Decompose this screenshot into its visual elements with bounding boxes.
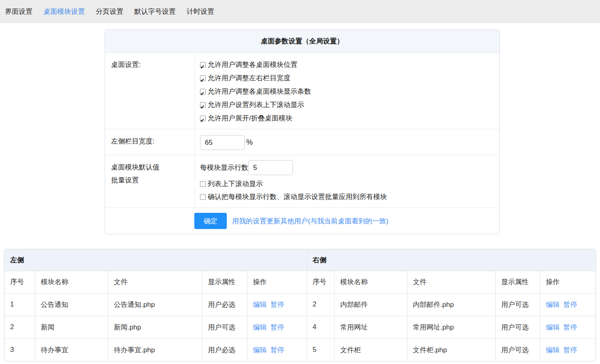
option-move-modules: 允许用户调整各桌面模块位置 — [200, 58, 495, 71]
right-row1-attr: 用户可选 — [495, 293, 540, 316]
pause-link[interactable]: 暂停 — [563, 346, 577, 354]
checkbox-default-list-scroll[interactable] — [200, 181, 206, 187]
group-header-row: 左侧 右侧 — [4, 249, 596, 271]
row-module-defaults: 桌面模块默认值 批量设置 每模块显示行数 列表上下滚动显示 确认把每模块显示行数… — [105, 155, 499, 208]
left-row2-ops: 编辑暂停 — [247, 316, 307, 338]
percent-unit-label: % — [246, 138, 253, 147]
col-header-index-left: 序号 — [4, 271, 35, 293]
col-header-name-right: 模块名称 — [334, 271, 407, 293]
right-group-header: 右侧 — [307, 249, 596, 271]
desktop-settings-panel: 桌面参数设置（全局设置） 桌面设置: 允许用户调整各桌面模块位置 允许用户调整左… — [105, 30, 500, 234]
col-header-attr-left: 显示属性 — [202, 271, 247, 293]
module-defaults-label: 桌面模块默认值 批量设置 — [105, 155, 195, 208]
tab-default-font-settings[interactable]: 默认字号设置 — [134, 7, 176, 16]
option-collapse-modules-label: 允许用户展开/折叠桌面模块 — [208, 114, 292, 122]
right-row2-attr: 用户可选 — [495, 316, 540, 338]
edit-link[interactable]: 编辑 — [253, 323, 267, 331]
pause-link[interactable]: 暂停 — [563, 323, 577, 331]
edit-link[interactable]: 编辑 — [546, 301, 560, 308]
col-header-ops-left: 操作 — [247, 271, 307, 293]
right-row1-name: 内部邮件 — [334, 293, 407, 316]
module-defaults-label-line1: 桌面模块默认值 — [111, 161, 191, 174]
left-row3-index: 3 — [4, 338, 35, 361]
edit-link[interactable]: 编辑 — [253, 346, 267, 354]
col-header-attr-right: 显示属性 — [495, 271, 540, 293]
tab-interface-settings[interactable]: 界面设置 — [5, 7, 32, 16]
column-header-row: 序号 模块名称 文件 显示属性 操作 序号 模块名称 文件 显示属性 操作 — [4, 271, 596, 293]
col-header-name-left: 模块名称 — [35, 271, 108, 293]
right-row2-index: 4 — [307, 316, 334, 338]
row-desktop-options: 桌面设置: 允许用户调整各桌面模块位置 允许用户调整左右栏目宽度 允许用户调整各… — [105, 53, 499, 129]
checkbox-apply-to-all-modules[interactable] — [200, 194, 206, 200]
module-defaults-label-line2: 批量设置 — [111, 174, 191, 187]
right-row1-ops: 编辑暂停 — [540, 293, 596, 316]
option-collapse-modules: 允许用户展开/折叠桌面模块 — [200, 111, 495, 125]
left-row2-file: 新闻.php — [108, 316, 202, 338]
left-column-width-label: 左侧栏目宽度: — [105, 129, 195, 155]
tab-pagination-settings[interactable]: 分页设置 — [96, 7, 123, 16]
left-row2-name: 新闻 — [35, 316, 108, 338]
pause-link[interactable]: 暂停 — [563, 301, 577, 308]
right-row3-file: 文件柜.php — [407, 338, 495, 361]
option-adjust-row-count: 允许用户调整各桌面模块显示条数 — [200, 85, 495, 98]
right-row2-ops: 编辑暂停 — [540, 316, 596, 338]
left-row3-attr: 用户必选 — [202, 338, 247, 361]
left-column-width-input[interactable] — [200, 135, 245, 150]
rows-per-module-label: 每模块显示行数 — [200, 163, 248, 172]
left-row1-file: 公告通知.php — [108, 293, 202, 316]
left-row2-index: 2 — [4, 316, 35, 338]
checkbox-move-modules[interactable] — [200, 62, 206, 68]
left-row3-file: 待办事宜.php — [108, 338, 202, 361]
option-adjust-row-count-label: 允许用户调整各桌面模块显示条数 — [208, 88, 311, 95]
option-apply-to-all-modules: 确认把每模块显示行数、滚动显示设置批量应用到所有模块 — [200, 191, 495, 203]
rows-per-module-input[interactable] — [248, 160, 293, 175]
right-row1-index: 2 — [307, 293, 334, 316]
right-row2-file: 常用网址.php — [407, 316, 495, 338]
right-row3-index: 5 — [307, 338, 334, 361]
checkbox-list-scroll[interactable] — [200, 102, 206, 108]
option-move-modules-label: 允许用户调整各桌面模块位置 — [208, 61, 297, 69]
rows-per-module-field: 每模块显示行数 — [200, 160, 495, 175]
row-left-column-width: 左侧栏目宽度: % — [105, 129, 499, 155]
confirm-button[interactable]: 确定 — [194, 213, 227, 229]
right-row3-name: 文件柜 — [334, 338, 407, 361]
checkbox-adjust-row-count[interactable] — [200, 89, 206, 94]
right-row3-attr: 用户可选 — [495, 338, 540, 361]
edit-link[interactable]: 编辑 — [546, 323, 560, 331]
table-row: 2 新闻 新闻.php 用户可选 编辑暂停 4 常用网址 常用网址.php 用户… — [4, 316, 596, 338]
pause-link[interactable]: 暂停 — [271, 323, 284, 331]
right-row1-file: 内部邮件.php — [407, 293, 495, 316]
pause-link[interactable]: 暂停 — [271, 301, 284, 308]
tab-desktop-module-settings[interactable]: 桌面模块设置 — [43, 7, 85, 16]
tab-timer-settings[interactable]: 计时设置 — [187, 7, 214, 16]
pause-link[interactable]: 暂停 — [271, 346, 284, 354]
option-adjust-column-width-label: 允许用户调整左右栏目宽度 — [208, 74, 290, 82]
left-row1-name: 公告通知 — [35, 293, 108, 316]
checkbox-collapse-modules[interactable] — [200, 116, 206, 121]
col-header-index-right: 序号 — [307, 271, 334, 293]
option-default-list-scroll: 列表上下滚动显示 — [200, 178, 495, 191]
left-row2-attr: 用户可选 — [202, 316, 247, 338]
left-group-header: 左侧 — [4, 249, 307, 271]
option-apply-to-all-modules-label: 确认把每模块显示行数、滚动显示设置批量应用到所有模块 — [208, 193, 387, 201]
col-header-ops-right: 操作 — [540, 271, 596, 293]
option-list-scroll-label: 允许用户设置列表上下滚动显示 — [208, 101, 304, 109]
edit-link[interactable]: 编辑 — [253, 301, 267, 308]
panel-title: 桌面参数设置（全局设置） — [105, 30, 499, 53]
table-row: 3 待办事宜 待办事宜.php 用户必选 编辑暂停 5 文件柜 文件柜.php … — [4, 338, 596, 361]
checkbox-adjust-column-width[interactable] — [200, 75, 206, 81]
update-other-users-link[interactable]: 用我的设置更新其他用户(与我当前桌面看到的一致) — [232, 216, 388, 226]
modules-table: 左侧 右侧 序号 模块名称 文件 显示属性 操作 序号 模块名称 文件 显示属性… — [4, 249, 596, 362]
option-adjust-column-width: 允许用户调整左右栏目宽度 — [200, 71, 495, 85]
right-row3-ops: 编辑暂停 — [540, 338, 596, 361]
left-row3-name: 待办事宜 — [35, 338, 108, 361]
option-list-scroll: 允许用户设置列表上下滚动显示 — [200, 98, 495, 111]
settings-tab-bar: 界面设置 桌面模块设置 分页设置 默认字号设置 计时设置 — [0, 0, 600, 23]
table-row: 1 公告通知 公告通知.php 用户必选 编辑暂停 2 内部邮件 内部邮件.ph… — [4, 293, 596, 316]
left-row1-ops: 编辑暂停 — [247, 293, 307, 316]
desktop-options-label: 桌面设置: — [105, 53, 195, 129]
left-row3-ops: 编辑暂停 — [247, 338, 307, 361]
edit-link[interactable]: 编辑 — [546, 346, 560, 354]
col-header-file-right: 文件 — [407, 271, 495, 293]
left-row1-attr: 用户必选 — [202, 293, 247, 316]
